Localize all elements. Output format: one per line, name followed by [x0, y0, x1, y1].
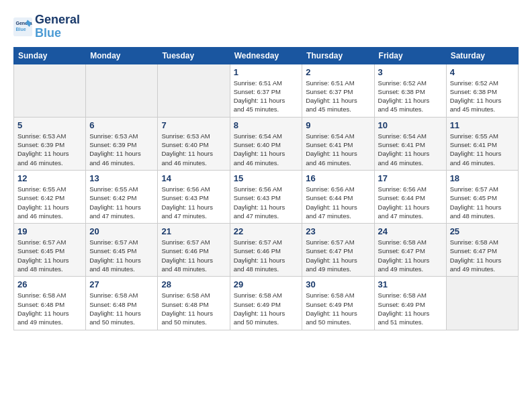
day-number: 30 [306, 279, 370, 289]
day-info: Sunrise: 6:53 AM Sunset: 6:40 PM Dayligh… [161, 132, 226, 167]
day-info: Sunrise: 6:55 AM Sunset: 6:42 PM Dayligh… [89, 185, 154, 220]
calendar-table: SundayMondayTuesdayWednesdayThursdayFrid… [13, 47, 519, 330]
day-info: Sunrise: 6:57 AM Sunset: 6:45 PM Dayligh… [89, 238, 154, 273]
day-number: 9 [306, 120, 370, 130]
calendar-week-4: 19Sunrise: 6:57 AM Sunset: 6:45 PM Dayli… [14, 224, 519, 277]
day-info: Sunrise: 6:58 AM Sunset: 6:48 PM Dayligh… [161, 291, 226, 326]
day-number: 4 [450, 67, 515, 77]
calendar-cell: 2Sunrise: 6:51 AM Sunset: 6:37 PM Daylig… [302, 64, 374, 117]
calendar-cell: 31Sunrise: 6:58 AM Sunset: 6:49 PM Dayli… [374, 277, 446, 330]
day-info: Sunrise: 6:58 AM Sunset: 6:49 PM Dayligh… [306, 291, 370, 326]
day-number: 22 [234, 226, 299, 236]
day-number: 19 [17, 226, 82, 236]
calendar-cell: 1Sunrise: 6:51 AM Sunset: 6:37 PM Daylig… [230, 64, 302, 117]
calendar-week-1: 1Sunrise: 6:51 AM Sunset: 6:37 PM Daylig… [14, 64, 519, 117]
day-number: 11 [450, 120, 515, 130]
calendar-cell: 18Sunrise: 6:57 AM Sunset: 6:45 PM Dayli… [446, 170, 518, 223]
calendar-cell: 29Sunrise: 6:58 AM Sunset: 6:49 PM Dayli… [230, 277, 302, 330]
page-header: General Blue GeneralBlue [13, 13, 519, 40]
weekday-header-thursday: Thursday [302, 47, 374, 64]
logo-text: GeneralBlue [35, 13, 80, 40]
day-info: Sunrise: 6:55 AM Sunset: 6:41 PM Dayligh… [450, 132, 515, 167]
day-info: Sunrise: 6:57 AM Sunset: 6:46 PM Dayligh… [234, 238, 299, 273]
day-info: Sunrise: 6:56 AM Sunset: 6:44 PM Dayligh… [306, 185, 370, 220]
day-number: 12 [17, 173, 82, 183]
day-number: 28 [161, 279, 226, 289]
calendar-cell: 27Sunrise: 6:58 AM Sunset: 6:48 PM Dayli… [86, 277, 158, 330]
day-info: Sunrise: 6:58 AM Sunset: 6:49 PM Dayligh… [378, 291, 443, 326]
calendar-cell: 26Sunrise: 6:58 AM Sunset: 6:48 PM Dayli… [14, 277, 86, 330]
calendar-cell: 10Sunrise: 6:54 AM Sunset: 6:41 PM Dayli… [374, 117, 446, 170]
day-number: 7 [161, 120, 226, 130]
calendar-cell: 16Sunrise: 6:56 AM Sunset: 6:44 PM Dayli… [302, 170, 374, 223]
day-info: Sunrise: 6:51 AM Sunset: 6:37 PM Dayligh… [306, 79, 370, 114]
weekday-header-row: SundayMondayTuesdayWednesdayThursdayFrid… [14, 47, 519, 64]
calendar-cell: 3Sunrise: 6:52 AM Sunset: 6:38 PM Daylig… [374, 64, 446, 117]
svg-text:Blue: Blue [16, 26, 26, 31]
day-number: 24 [378, 226, 443, 236]
calendar-cell: 24Sunrise: 6:58 AM Sunset: 6:47 PM Dayli… [374, 224, 446, 277]
day-info: Sunrise: 6:57 AM Sunset: 6:46 PM Dayligh… [161, 238, 226, 273]
calendar-cell: 14Sunrise: 6:56 AM Sunset: 6:43 PM Dayli… [158, 170, 230, 223]
day-number: 21 [161, 226, 226, 236]
calendar-cell: 4Sunrise: 6:52 AM Sunset: 6:38 PM Daylig… [446, 64, 518, 117]
calendar-cell: 30Sunrise: 6:58 AM Sunset: 6:49 PM Dayli… [302, 277, 374, 330]
calendar-cell: 28Sunrise: 6:58 AM Sunset: 6:48 PM Dayli… [158, 277, 230, 330]
calendar-week-2: 5Sunrise: 6:53 AM Sunset: 6:39 PM Daylig… [14, 117, 519, 170]
day-info: Sunrise: 6:52 AM Sunset: 6:38 PM Dayligh… [450, 79, 515, 114]
day-number: 1 [234, 67, 299, 77]
calendar-cell: 11Sunrise: 6:55 AM Sunset: 6:41 PM Dayli… [446, 117, 518, 170]
weekday-header-friday: Friday [374, 47, 446, 64]
day-number: 10 [378, 120, 443, 130]
day-info: Sunrise: 6:56 AM Sunset: 6:44 PM Dayligh… [378, 185, 443, 220]
day-number: 27 [89, 279, 154, 289]
day-number: 18 [450, 173, 515, 183]
weekday-header-saturday: Saturday [446, 47, 518, 64]
day-info: Sunrise: 6:53 AM Sunset: 6:39 PM Dayligh… [17, 132, 82, 167]
calendar-cell: 19Sunrise: 6:57 AM Sunset: 6:45 PM Dayli… [14, 224, 86, 277]
calendar-cell: 17Sunrise: 6:56 AM Sunset: 6:44 PM Dayli… [374, 170, 446, 223]
day-info: Sunrise: 6:52 AM Sunset: 6:38 PM Dayligh… [378, 79, 443, 114]
weekday-header-wednesday: Wednesday [230, 47, 302, 64]
calendar-cell: 13Sunrise: 6:55 AM Sunset: 6:42 PM Dayli… [86, 170, 158, 223]
day-number: 23 [306, 226, 370, 236]
day-info: Sunrise: 6:54 AM Sunset: 6:40 PM Dayligh… [234, 132, 299, 167]
day-number: 15 [234, 173, 299, 183]
weekday-header-tuesday: Tuesday [158, 47, 230, 64]
day-number: 26 [17, 279, 82, 289]
calendar-cell: 22Sunrise: 6:57 AM Sunset: 6:46 PM Dayli… [230, 224, 302, 277]
day-number: 3 [378, 67, 443, 77]
weekday-header-monday: Monday [86, 47, 158, 64]
day-number: 31 [378, 279, 443, 289]
day-number: 25 [450, 226, 515, 236]
day-number: 13 [89, 173, 154, 183]
logo: General Blue GeneralBlue [13, 13, 80, 40]
day-info: Sunrise: 6:51 AM Sunset: 6:37 PM Dayligh… [234, 79, 299, 114]
day-info: Sunrise: 6:56 AM Sunset: 6:43 PM Dayligh… [234, 185, 299, 220]
day-info: Sunrise: 6:58 AM Sunset: 6:48 PM Dayligh… [89, 291, 154, 326]
day-number: 6 [89, 120, 154, 130]
calendar-cell [446, 277, 518, 330]
calendar-cell: 7Sunrise: 6:53 AM Sunset: 6:40 PM Daylig… [158, 117, 230, 170]
day-info: Sunrise: 6:56 AM Sunset: 6:43 PM Dayligh… [161, 185, 226, 220]
calendar-cell: 15Sunrise: 6:56 AM Sunset: 6:43 PM Dayli… [230, 170, 302, 223]
calendar-cell: 25Sunrise: 6:58 AM Sunset: 6:47 PM Dayli… [446, 224, 518, 277]
logo-icon: General Blue [13, 17, 32, 36]
calendar-cell [86, 64, 158, 117]
calendar-cell: 21Sunrise: 6:57 AM Sunset: 6:46 PM Dayli… [158, 224, 230, 277]
calendar-cell: 6Sunrise: 6:53 AM Sunset: 6:39 PM Daylig… [86, 117, 158, 170]
calendar-cell: 8Sunrise: 6:54 AM Sunset: 6:40 PM Daylig… [230, 117, 302, 170]
day-number: 17 [378, 173, 443, 183]
day-info: Sunrise: 6:58 AM Sunset: 6:48 PM Dayligh… [17, 291, 82, 326]
calendar-cell [14, 64, 86, 117]
day-number: 2 [306, 67, 370, 77]
day-number: 16 [306, 173, 370, 183]
day-info: Sunrise: 6:57 AM Sunset: 6:47 PM Dayligh… [306, 238, 370, 273]
calendar-cell: 9Sunrise: 6:54 AM Sunset: 6:41 PM Daylig… [302, 117, 374, 170]
day-number: 20 [89, 226, 154, 236]
day-info: Sunrise: 6:54 AM Sunset: 6:41 PM Dayligh… [378, 132, 443, 167]
calendar-week-3: 12Sunrise: 6:55 AM Sunset: 6:42 PM Dayli… [14, 170, 519, 223]
day-info: Sunrise: 6:55 AM Sunset: 6:42 PM Dayligh… [17, 185, 82, 220]
day-number: 14 [161, 173, 226, 183]
day-number: 8 [234, 120, 299, 130]
